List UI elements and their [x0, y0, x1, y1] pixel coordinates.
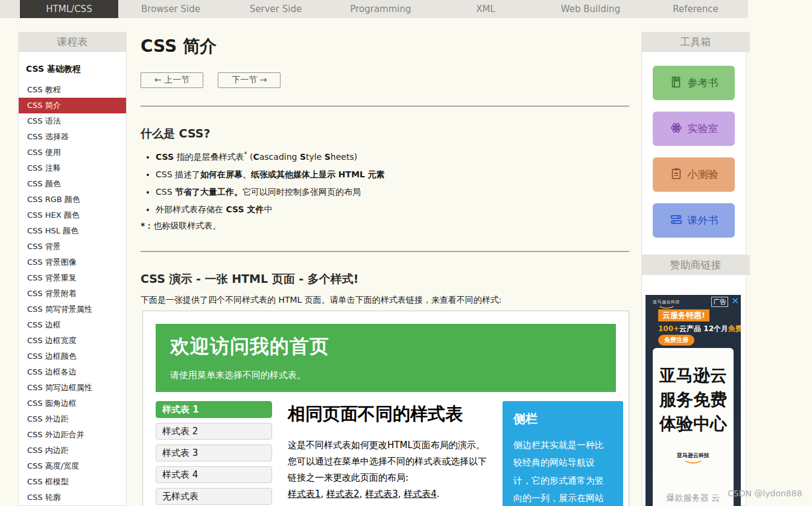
sidebar-item[interactable]: CSS 教程 — [19, 82, 126, 98]
demo-links: 样式表1, 样式表2, 样式表3, 样式表4. — [288, 489, 490, 500]
demo-banner-title: 欢迎访问我的首页 — [170, 334, 601, 360]
demo-menu: 样式表 1样式表 2样式表 3样式表 4无样式表 — [156, 401, 272, 506]
watermark: CSDN @lydon888 — [728, 489, 802, 498]
extracurricular-book-button[interactable]: 课外书 — [653, 203, 735, 238]
books-icon — [670, 213, 683, 229]
toolbox-panel: 参考书 实验室 小测验 课外书 — [641, 52, 746, 255]
nav-tab-3[interactable]: Server Side — [223, 0, 328, 18]
course-section-heading: CSS 基础教程 — [19, 52, 126, 82]
quiz-button[interactable]: 小测验 — [653, 157, 735, 192]
bullet-item: CSS 指的是层叠样式表* (Cascading Style Sheets) — [156, 151, 626, 163]
sidebar-item[interactable]: CSS 边框各边 — [19, 364, 126, 380]
sidebar-item[interactable]: CSS 颜色 — [19, 176, 126, 192]
demo-menu-button[interactable]: 样式表 1 — [156, 401, 272, 418]
sidebar-item[interactable]: CSS HSL 颜色 — [19, 223, 126, 239]
ad-promo-badge: 云服务特惠! — [658, 309, 709, 321]
book-icon — [670, 75, 683, 91]
sidebar-item[interactable]: CSS 边框 — [19, 317, 126, 333]
course-panel-title: 课程表 — [18, 32, 127, 52]
ad-brand-logo-bottom: 亚马逊云科技 — [653, 452, 734, 464]
demo-intro-text: 下面是一张提供了四个不同样式表的 HTML 页面。请单击下面的样式表链接，来查看… — [141, 295, 502, 306]
ad-brand-logo: 亚马逊云科技 — [653, 299, 680, 309]
footnote-text: 也称级联样式表。 — [153, 221, 221, 230]
ad-card: 亚马逊云服务免费体验中心 亚马逊云科技 爆款服务器 云 — [653, 348, 734, 506]
demo-style-link[interactable]: 样式表1 — [288, 489, 321, 499]
footnote-marker: *： — [141, 221, 153, 230]
amazon-smile-icon — [684, 460, 702, 464]
bullet-item: CSS 描述了如何在屏幕、纸张或其他媒体上显示 HTML 元素 — [156, 169, 626, 180]
sidebar-item[interactable]: CSS 边框宽度 — [19, 333, 126, 349]
demo-body: 样式表 1样式表 2样式表 3样式表 4无样式表 相同页面不同的样式表 这是不同… — [156, 401, 616, 506]
demo-section-heading: CSS 演示 - 一张 HTML 页面 - 多个样式! — [141, 271, 358, 287]
sidebar-item[interactable]: CSS 背景 — [19, 239, 126, 255]
sidebar-item[interactable]: CSS 选择器 — [19, 129, 126, 145]
demo-style-link[interactable]: 样式表2 — [326, 489, 360, 499]
next-section-button[interactable]: 下一节 → — [218, 72, 281, 88]
demo-menu-button[interactable]: 样式表 4 — [156, 466, 272, 483]
sidebar-item[interactable]: CSS 简介 — [19, 98, 126, 113]
divider — [141, 106, 629, 107]
nav-tab-5[interactable]: XML — [433, 0, 538, 18]
sidebar-item[interactable]: CSS 轮廓 — [19, 490, 126, 505]
ad-signup-button[interactable]: 免费注册 — [658, 335, 694, 346]
sidebar-item[interactable]: CSS RGB 颜色 — [19, 192, 126, 207]
ad-offer-text: 100+云产品 12个月免费 — [658, 324, 741, 334]
demo-menu-button[interactable]: 无样式表 — [156, 488, 272, 505]
demo-content-heading: 相同页面不同的样式表 — [288, 402, 490, 426]
nav-tabs: HTML/CSSBrowser SideServer SideProgrammi… — [0, 0, 748, 18]
sidebar-item[interactable]: CSS 背景图像 — [19, 255, 126, 270]
sidebar-item[interactable]: CSS 注释 — [19, 160, 126, 176]
ad-card-lines: 亚马逊云服务免费体验中心 — [653, 364, 734, 436]
tool-button-label: 课外书 — [688, 213, 718, 227]
pager: ← 上一节 下一节 → — [141, 72, 281, 88]
what-is-css-heading: 什么是 CSS? — [141, 126, 210, 142]
sidebar-item[interactable]: CSS 外边距 — [19, 411, 126, 427]
demo-content: 相同页面不同的样式表 这是不同样式表如何更改HTML页面布局的演示。您可以通过在… — [288, 401, 490, 506]
ad-footer-text: 爆款服务器 云 — [653, 493, 734, 504]
sidebar-item[interactable]: CSS 高度/宽度 — [19, 458, 126, 474]
sidebar-item[interactable]: CSS 边框颜色 — [19, 349, 126, 364]
ad-card-line: 亚马逊云 — [653, 364, 734, 388]
page: HTML/CSSBrowser SideServer SideProgrammi… — [0, 0, 812, 506]
sidebar-item[interactable]: CSS 内边距 — [19, 443, 126, 458]
demo-menu-button[interactable]: 样式表 2 — [156, 423, 272, 440]
nav-tab-7[interactable]: Reference — [643, 0, 748, 18]
sidebar-item[interactable]: CSS 语法 — [19, 113, 126, 129]
sidebar-item[interactable]: CSS HEX 颜色 — [19, 207, 126, 223]
demo-sidebar-text: 侧边栏其实就是一种比较经典的网站导航设计，它的形式通常为竖向的一列，展示在网站的… — [513, 437, 612, 506]
demo-sidebar-heading: 侧栏 — [513, 411, 612, 427]
sponsor-ad[interactable]: 亚马逊云科技 广告 ✕ 云服务特惠! 100+云产品 12个月免费 免费注册 亚… — [645, 295, 741, 506]
demo-menu-button[interactable]: 样式表 3 — [156, 444, 272, 461]
sidebar-item[interactable]: CSS 背景附着 — [19, 286, 126, 302]
page-title: CSS 简介 — [141, 35, 217, 58]
demo-style-link[interactable]: 样式表4 — [404, 489, 437, 499]
tool-button-label: 实验室 — [688, 122, 718, 136]
tool-button-label: 参考书 — [688, 76, 718, 90]
sidebar-item[interactable]: CSS 简写背景属性 — [19, 302, 126, 317]
nav-tab-6[interactable]: Web Building — [538, 0, 643, 18]
course-panel: CSS 基础教程 CSS 教程CSS 简介CSS 语法CSS 选择器CSS 使用… — [18, 52, 127, 506]
ad-close-icon[interactable]: ✕ — [731, 296, 739, 306]
sidebar-item[interactable]: CSS 背景重复 — [19, 270, 126, 286]
sidebar-item[interactable]: CSS 简写边框属性 — [19, 380, 126, 396]
toolbox-title: 工具箱 — [641, 32, 750, 52]
divider — [141, 251, 629, 252]
demo-sidebar: 侧栏 侧边栏其实就是一种比较经典的网站导航设计，它的形式通常为竖向的一列，展示在… — [503, 401, 623, 506]
sidebar-item[interactable]: CSS 框模型 — [19, 474, 126, 490]
nav-tab-2[interactable]: Browser Side — [118, 0, 223, 18]
sidebar-item[interactable]: CSS 外边距合并 — [19, 427, 126, 443]
demo-style-link[interactable]: 样式表3 — [365, 489, 398, 499]
nav-tab-1[interactable]: HTML/CSS — [20, 0, 118, 18]
prev-section-button[interactable]: ← 上一节 — [141, 72, 203, 88]
course-list: CSS 教程CSS 简介CSS 语法CSS 选择器CSS 使用CSS 注释CSS… — [19, 82, 126, 505]
what-is-css-list: CSS 指的是层叠样式表* (Cascading Style Sheets)CS… — [156, 151, 626, 222]
sidebar-item[interactable]: CSS 圆角边框 — [19, 396, 126, 411]
reference-book-button[interactable]: 参考书 — [653, 66, 735, 100]
tool-button-label: 小测验 — [688, 168, 718, 182]
atom-icon — [670, 121, 683, 137]
ad-card-line: 体验中心 — [653, 412, 734, 436]
lab-button[interactable]: 实验室 — [653, 112, 735, 146]
sidebar-item[interactable]: CSS 使用 — [19, 145, 126, 160]
nav-tab-4[interactable]: Programming — [328, 0, 433, 18]
demo-content-text: 这是不同样式表如何更改HTML页面布局的演示。您可以通过在菜单中选择不同的样式表… — [288, 437, 490, 486]
